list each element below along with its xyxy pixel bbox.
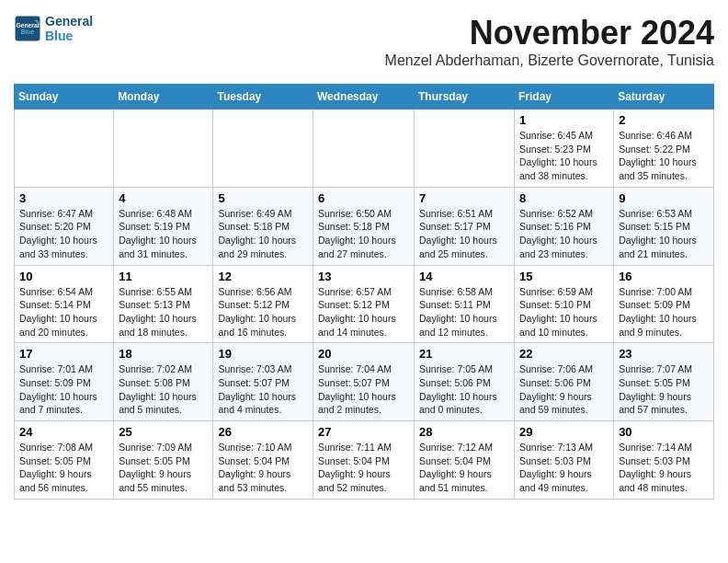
calendar-cell: 5Sunrise: 6:49 AM Sunset: 5:18 PM Daylig… [213, 187, 313, 265]
day-number: 24 [19, 425, 108, 439]
calendar-cell: 8Sunrise: 6:52 AM Sunset: 5:16 PM Daylig… [515, 187, 614, 265]
day-info: Sunrise: 6:58 AM Sunset: 5:11 PM Dayligh… [419, 285, 509, 339]
day-info: Sunrise: 6:55 AM Sunset: 5:13 PM Dayligh… [119, 285, 208, 339]
calendar-cell: 25Sunrise: 7:09 AM Sunset: 5:05 PM Dayli… [114, 421, 213, 500]
svg-text:Blue: Blue [21, 29, 35, 35]
logo-icon: General Blue [14, 15, 41, 42]
day-info: Sunrise: 7:08 AM Sunset: 5:05 PM Dayligh… [19, 441, 108, 495]
day-info: Sunrise: 6:45 AM Sunset: 5:23 PM Dayligh… [519, 129, 609, 183]
day-header-thursday: Thursday [415, 85, 515, 109]
day-info: Sunrise: 7:00 AM Sunset: 5:09 PM Dayligh… [619, 285, 709, 339]
calendar-cell: 9Sunrise: 6:53 AM Sunset: 5:15 PM Daylig… [614, 187, 714, 265]
day-info: Sunrise: 7:01 AM Sunset: 5:09 PM Dayligh… [19, 362, 108, 417]
day-number: 14 [419, 270, 509, 283]
calendar-cell: 10Sunrise: 6:54 AM Sunset: 5:14 PM Dayli… [15, 265, 114, 343]
day-info: Sunrise: 7:07 AM Sunset: 5:05 PM Dayligh… [619, 362, 709, 417]
day-info: Sunrise: 7:02 AM Sunset: 5:08 PM Dayligh… [119, 362, 208, 417]
day-number: 8 [519, 191, 609, 205]
day-number: 23 [619, 347, 709, 361]
calendar-cell [415, 109, 515, 188]
day-info: Sunrise: 7:04 AM Sunset: 5:07 PM Dayligh… [318, 362, 409, 417]
day-number: 21 [419, 347, 509, 361]
day-number: 7 [419, 191, 509, 205]
day-number: 12 [218, 270, 308, 283]
day-header-tuesday: Tuesday [213, 85, 313, 109]
day-number: 9 [619, 191, 709, 205]
calendar-cell: 28Sunrise: 7:12 AM Sunset: 5:04 PM Dayli… [415, 421, 515, 500]
svg-text:General: General [16, 22, 39, 29]
day-info: Sunrise: 7:03 AM Sunset: 5:07 PM Dayligh… [218, 362, 308, 417]
day-info: Sunrise: 6:51 AM Sunset: 5:17 PM Dayligh… [419, 207, 509, 261]
day-info: Sunrise: 6:47 AM Sunset: 5:20 PM Dayligh… [19, 207, 108, 261]
calendar-cell: 21Sunrise: 7:05 AM Sunset: 5:06 PM Dayli… [415, 343, 515, 421]
day-number: 26 [218, 425, 308, 439]
calendar-cell: 24Sunrise: 7:08 AM Sunset: 5:05 PM Dayli… [15, 421, 114, 500]
calendar-cell [114, 109, 213, 188]
day-info: Sunrise: 6:54 AM Sunset: 5:14 PM Dayligh… [19, 285, 108, 339]
day-info: Sunrise: 7:11 AM Sunset: 5:04 PM Dayligh… [318, 441, 409, 495]
calendar-cell: 19Sunrise: 7:03 AM Sunset: 5:07 PM Dayli… [213, 343, 313, 421]
calendar-cell: 23Sunrise: 7:07 AM Sunset: 5:05 PM Dayli… [614, 343, 714, 421]
calendar-cell: 12Sunrise: 6:56 AM Sunset: 5:12 PM Dayli… [213, 265, 313, 343]
day-number: 15 [519, 270, 609, 283]
day-header-sunday: Sunday [15, 85, 114, 109]
calendar-cell: 26Sunrise: 7:10 AM Sunset: 5:04 PM Dayli… [213, 421, 313, 500]
day-info: Sunrise: 6:48 AM Sunset: 5:19 PM Dayligh… [119, 207, 208, 261]
day-header-saturday: Saturday [614, 85, 714, 109]
day-info: Sunrise: 7:12 AM Sunset: 5:04 PM Dayligh… [419, 441, 509, 495]
day-info: Sunrise: 6:56 AM Sunset: 5:12 PM Dayligh… [218, 285, 308, 339]
day-number: 29 [519, 425, 609, 439]
day-info: Sunrise: 7:06 AM Sunset: 5:06 PM Dayligh… [519, 362, 609, 417]
day-number: 27 [318, 425, 409, 439]
day-number: 4 [119, 191, 208, 205]
calendar-cell: 7Sunrise: 6:51 AM Sunset: 5:17 PM Daylig… [415, 187, 515, 265]
day-info: Sunrise: 6:52 AM Sunset: 5:16 PM Dayligh… [519, 207, 609, 261]
calendar-cell: 3Sunrise: 6:47 AM Sunset: 5:20 PM Daylig… [15, 187, 114, 265]
calendar-cell: 4Sunrise: 6:48 AM Sunset: 5:19 PM Daylig… [114, 187, 213, 265]
calendar-cell [15, 109, 114, 188]
day-number: 10 [19, 270, 108, 283]
day-number: 13 [318, 270, 409, 283]
logo-text: General Blue [45, 14, 93, 43]
day-info: Sunrise: 6:50 AM Sunset: 5:18 PM Dayligh… [318, 207, 409, 261]
calendar-cell: 13Sunrise: 6:57 AM Sunset: 5:12 PM Dayli… [313, 265, 415, 343]
calendar-cell: 6Sunrise: 6:50 AM Sunset: 5:18 PM Daylig… [313, 187, 415, 265]
day-info: Sunrise: 7:14 AM Sunset: 5:03 PM Dayligh… [619, 441, 709, 495]
calendar-cell: 15Sunrise: 6:59 AM Sunset: 5:10 PM Dayli… [515, 265, 614, 343]
calendar-cell: 1Sunrise: 6:45 AM Sunset: 5:23 PM Daylig… [515, 109, 614, 188]
day-info: Sunrise: 7:13 AM Sunset: 5:03 PM Dayligh… [519, 441, 609, 495]
location-subtitle: Menzel Abderhaman, Bizerte Governorate, … [385, 52, 714, 69]
logo: General Blue General Blue [14, 14, 93, 43]
calendar-cell [313, 109, 415, 188]
day-info: Sunrise: 6:46 AM Sunset: 5:22 PM Dayligh… [619, 129, 709, 183]
calendar-cell [213, 109, 313, 188]
day-number: 19 [218, 347, 308, 361]
day-number: 28 [419, 425, 509, 439]
calendar-cell: 17Sunrise: 7:01 AM Sunset: 5:09 PM Dayli… [15, 343, 114, 421]
day-number: 5 [218, 191, 308, 205]
day-header-monday: Monday [114, 85, 213, 109]
day-info: Sunrise: 6:57 AM Sunset: 5:12 PM Dayligh… [318, 285, 409, 339]
day-number: 18 [119, 347, 208, 361]
day-info: Sunrise: 6:59 AM Sunset: 5:10 PM Dayligh… [519, 285, 609, 339]
day-number: 1 [519, 113, 609, 127]
calendar-cell: 29Sunrise: 7:13 AM Sunset: 5:03 PM Dayli… [515, 421, 614, 500]
calendar-cell: 16Sunrise: 7:00 AM Sunset: 5:09 PM Dayli… [614, 265, 714, 343]
day-number: 17 [19, 347, 108, 361]
day-number: 30 [619, 425, 709, 439]
day-number: 16 [619, 270, 709, 283]
calendar-cell: 18Sunrise: 7:02 AM Sunset: 5:08 PM Dayli… [114, 343, 213, 421]
day-number: 3 [19, 191, 108, 205]
day-info: Sunrise: 7:09 AM Sunset: 5:05 PM Dayligh… [119, 441, 208, 495]
day-info: Sunrise: 6:53 AM Sunset: 5:15 PM Dayligh… [619, 207, 709, 261]
month-title: November 2024 [385, 14, 714, 52]
day-header-friday: Friday [515, 85, 614, 109]
calendar-cell: 27Sunrise: 7:11 AM Sunset: 5:04 PM Dayli… [313, 421, 415, 500]
day-number: 25 [119, 425, 208, 439]
day-number: 2 [619, 113, 709, 127]
day-header-wednesday: Wednesday [313, 85, 415, 109]
day-info: Sunrise: 7:05 AM Sunset: 5:06 PM Dayligh… [419, 362, 509, 417]
calendar-cell: 22Sunrise: 7:06 AM Sunset: 5:06 PM Dayli… [515, 343, 614, 421]
day-number: 20 [318, 347, 409, 361]
calendar-cell: 14Sunrise: 6:58 AM Sunset: 5:11 PM Dayli… [415, 265, 515, 343]
